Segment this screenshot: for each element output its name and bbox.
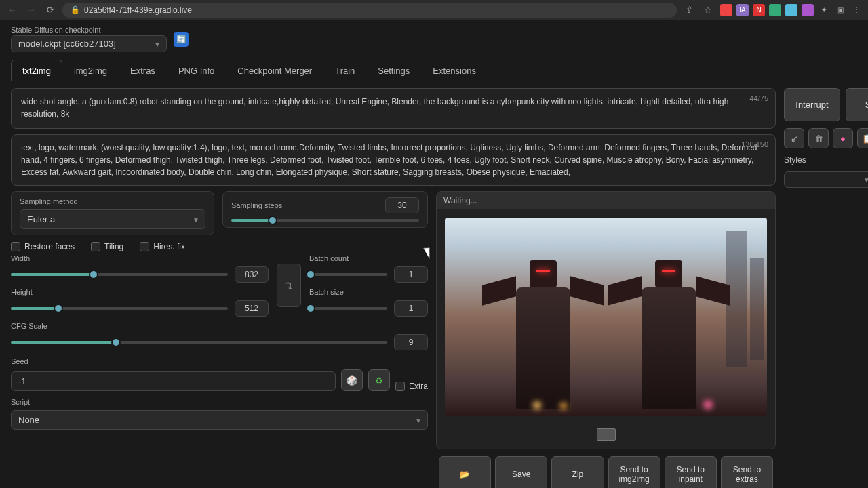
tab-extras[interactable]: Extras — [119, 60, 167, 81]
swap-dimensions-button[interactable]: ⇅ — [277, 264, 301, 307]
seed-reuse-button[interactable]: ♻ — [368, 369, 390, 391]
output-status: Waiting... — [437, 192, 775, 209]
clipboard-icon-button[interactable]: 📋 — [857, 128, 868, 148]
prompt-token-count: 44/75 — [749, 93, 768, 104]
browser-chrome: ← → ⟳ 🔒 02a56ff4-71ff-439e.gradio.live ⇪… — [0, 0, 868, 20]
bookmark-icon[interactable]: ☆ — [701, 3, 715, 17]
batch-count-label: Batch count — [309, 254, 428, 262]
height-slider[interactable] — [11, 307, 228, 310]
ext-icon-1[interactable] — [720, 4, 732, 16]
restore-faces-checkbox[interactable]: Restore faces — [11, 242, 75, 251]
output-preview-image[interactable] — [445, 218, 767, 416]
send-inpaint-button[interactable]: Send to inpaint — [665, 456, 717, 488]
cfg-label: CFG Scale — [11, 322, 428, 330]
tab-settings[interactable]: Settings — [366, 60, 421, 81]
ext-icon-6[interactable] — [802, 4, 814, 16]
cfg-slider[interactable] — [11, 341, 387, 344]
checkpoint-label: Stable Diffusion checkpoint — [11, 26, 167, 34]
sampling-steps-slider[interactable] — [231, 219, 419, 222]
script-select[interactable]: None ▼ — [11, 410, 428, 430]
tab-pnginfo[interactable]: PNG Info — [167, 60, 226, 81]
tab-extensions[interactable]: Extensions — [421, 60, 488, 81]
chevron-down-icon: ▼ — [154, 40, 161, 47]
seed-label: Seed — [11, 357, 428, 365]
tiling-checkbox[interactable]: Tiling — [91, 242, 123, 251]
sampling-method-label: Sampling method — [20, 197, 205, 205]
script-label: Script — [11, 398, 428, 406]
tab-train[interactable]: Train — [323, 60, 366, 81]
skip-button[interactable]: Skip — [846, 88, 868, 121]
ext-icon-4[interactable] — [769, 4, 781, 16]
panel-icon[interactable]: ▣ — [834, 4, 846, 16]
batch-size-label: Batch size — [309, 288, 428, 296]
seed-random-button[interactable]: 🎲 — [341, 369, 363, 391]
zip-button[interactable]: Zip — [551, 456, 604, 488]
batch-size-slider[interactable] — [309, 307, 387, 310]
forward-button[interactable]: → — [24, 3, 38, 17]
url-text: 02a56ff4-71ff-439e.gradio.live — [84, 5, 192, 15]
extensions-tray: IA N ✦ ▣ ⋮ — [720, 4, 863, 16]
neg-prompt-token-count: 138/150 — [741, 139, 768, 150]
prompt-textarea[interactable]: 44/75 wide shot angle, a (gundam:0.8) ro… — [11, 88, 776, 129]
height-label: Height — [11, 288, 269, 296]
save-button[interactable]: Save — [495, 456, 547, 488]
back-button[interactable]: ← — [5, 3, 19, 17]
width-value[interactable]: 832 — [235, 266, 269, 283]
hires-fix-checkbox[interactable]: Hires. fix — [140, 242, 185, 251]
ext-icon-3[interactable]: N — [753, 4, 765, 16]
address-bar[interactable]: 🔒 02a56ff4-71ff-439e.gradio.live — [62, 3, 677, 18]
open-folder-button[interactable]: 📂 — [439, 456, 491, 488]
arrow-icon-button[interactable]: ↙ — [784, 128, 804, 148]
batch-count-slider[interactable] — [309, 273, 387, 276]
batch-count-value[interactable]: 1 — [394, 266, 428, 283]
clear-icon-button[interactable]: 🗑 — [808, 128, 829, 148]
batch-size-value[interactable]: 1 — [394, 300, 428, 317]
tab-checkpoint-merger[interactable]: Checkpoint Merger — [226, 60, 323, 81]
style-icon-button[interactable]: ● — [833, 128, 853, 148]
styles-select[interactable]: ▼ — [784, 171, 868, 188]
reload-button[interactable]: ⟳ — [43, 3, 57, 17]
sampling-method-select[interactable]: Euler a ▼ — [20, 209, 205, 229]
negative-prompt-textarea[interactable]: 138/150 text, logo, watermark, (worst qu… — [11, 134, 776, 186]
height-value[interactable]: 512 — [235, 300, 269, 317]
width-slider[interactable] — [11, 273, 228, 276]
main-tabs: txt2img img2img Extras PNG Info Checkpoi… — [11, 59, 857, 81]
sampling-steps-value[interactable]: 30 — [385, 197, 419, 214]
chevron-down-icon: ▼ — [193, 216, 199, 223]
sampling-steps-label: Sampling steps — [231, 201, 282, 209]
tab-img2img[interactable]: img2img — [62, 60, 119, 81]
send-extras-button[interactable]: Send to extras — [721, 456, 773, 488]
chevron-down-icon: ▼ — [863, 176, 868, 184]
refresh-checkpoint-button[interactable]: 🔄 — [174, 32, 189, 47]
interrupt-button[interactable]: Interrupt — [784, 88, 840, 121]
seed-input[interactable]: -1 — [11, 371, 336, 391]
ext-icon-2[interactable]: IA — [736, 4, 749, 16]
lock-icon: 🔒 — [71, 5, 80, 14]
seed-extra-checkbox[interactable]: Extra — [395, 382, 428, 391]
chevron-down-icon: ▼ — [415, 416, 422, 424]
puzzle-icon[interactable]: ✦ — [818, 4, 830, 16]
tab-txt2img[interactable]: txt2img — [11, 60, 62, 81]
share-icon[interactable]: ⇪ — [682, 3, 696, 17]
menu-icon[interactable]: ⋮ — [850, 4, 863, 16]
send-img2img-button[interactable]: Send to img2img — [608, 456, 660, 488]
output-thumbnail[interactable] — [597, 428, 616, 441]
checkpoint-select[interactable]: model.ckpt [cc6cb27103] ▼ — [11, 35, 167, 52]
ext-icon-5[interactable] — [785, 4, 797, 16]
output-panel: Waiting... ✕ — [436, 191, 776, 449]
cfg-value[interactable]: 9 — [394, 334, 428, 350]
width-label: Width — [11, 254, 269, 262]
styles-label: Styles — [784, 155, 868, 165]
